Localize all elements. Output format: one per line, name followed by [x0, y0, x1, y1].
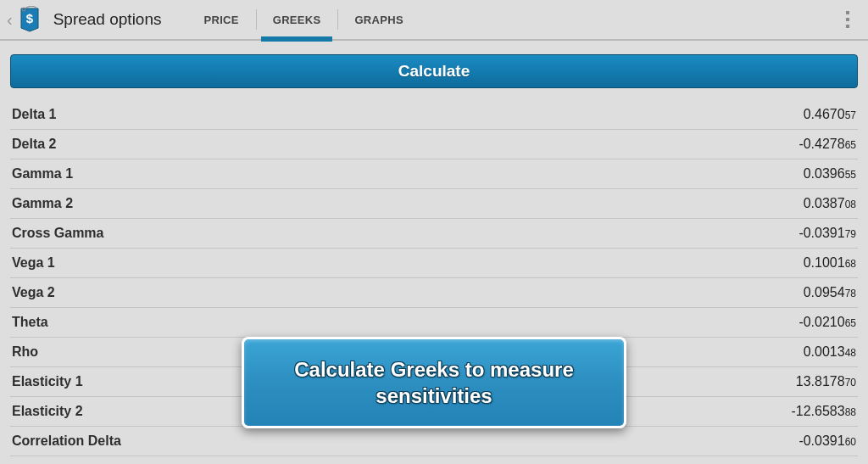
- tooltip-overlay: Calculate Greeks to measure sensitivitie…: [242, 337, 626, 428]
- top-bar: ‹ $ Spread options PRICE GREEKS GRAPHS: [0, 0, 868, 41]
- greek-value: -0.021065: [798, 315, 856, 330]
- tab-price[interactable]: PRICE: [187, 0, 256, 40]
- greek-value: 0.100168: [804, 255, 856, 271]
- greek-value: -0.427865: [798, 137, 856, 152]
- greek-label: Gamma 2: [12, 196, 73, 211]
- app-icon[interactable]: $: [18, 6, 45, 33]
- greek-row: Cross Gamma-0.039179: [10, 219, 858, 249]
- tab-label: GREEKS: [273, 14, 321, 26]
- calculate-button[interactable]: Calculate: [10, 54, 858, 88]
- greek-label: Delta 2: [12, 137, 56, 152]
- greek-row: Gamma 10.039655: [10, 159, 858, 189]
- greek-row: Vega 20.095478: [10, 278, 858, 308]
- greek-label: Theta: [12, 315, 48, 330]
- greek-label: Correlation Delta: [12, 433, 121, 449]
- greek-value: -12.658388: [791, 404, 856, 419]
- greek-value: 0.095478: [804, 285, 856, 300]
- app-title: Spread options: [53, 10, 162, 29]
- greek-label: Elasticity 1: [12, 374, 83, 389]
- tab-graphs[interactable]: GRAPHS: [337, 0, 420, 40]
- greek-row: Theta-0.021065: [10, 308, 858, 338]
- greek-label: Vega 1: [12, 255, 55, 271]
- tab-greeks[interactable]: GREEKS: [256, 0, 338, 40]
- greek-label: Gamma 1: [12, 166, 73, 182]
- greek-value: 0.038708: [804, 196, 856, 211]
- greek-value: 0.001348: [804, 344, 856, 360]
- greek-label: Vega 2: [12, 285, 55, 300]
- greek-value: -0.039160: [798, 433, 856, 449]
- greek-row: Gamma 20.038708: [10, 189, 858, 219]
- greek-label: Rho: [12, 344, 38, 360]
- greek-value: 0.467057: [804, 107, 856, 122]
- tab-label: PRICE: [204, 14, 239, 26]
- back-chevron-icon[interactable]: ‹: [7, 10, 13, 30]
- overflow-menu-icon[interactable]: [834, 6, 861, 33]
- calculate-button-label: Calculate: [398, 62, 470, 81]
- greek-value: 0.039655: [804, 166, 856, 182]
- svg-text:$: $: [26, 11, 34, 25]
- greek-label: Delta 1: [12, 107, 56, 122]
- greek-row: Delta 10.467057: [10, 100, 858, 130]
- greek-label: Elasticity 2: [12, 404, 83, 419]
- greek-row: Vega 10.100168: [10, 249, 858, 278]
- greek-label: Cross Gamma: [12, 226, 104, 241]
- greek-value: -0.039179: [798, 226, 856, 241]
- greek-row: Delta 2-0.427865: [10, 130, 858, 159]
- tab-label: GRAPHS: [354, 14, 403, 26]
- tab-bar: PRICE GREEKS GRAPHS: [187, 0, 420, 40]
- greek-value: 13.817870: [796, 374, 856, 389]
- tooltip-text: Calculate Greeks to measure sensitivitie…: [264, 356, 604, 409]
- greek-row: Correlation Delta-0.039160: [10, 427, 858, 456]
